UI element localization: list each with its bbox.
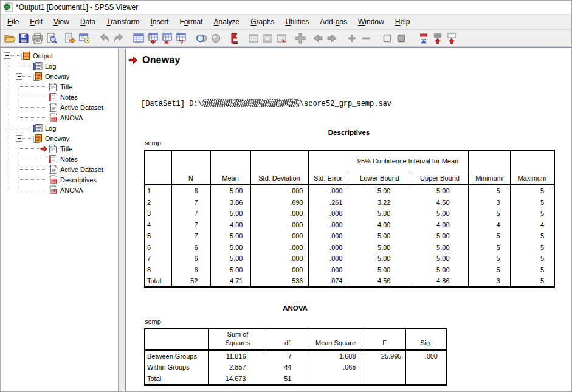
tree-item-active-dataset[interactable]: Active Dataset [1, 102, 118, 112]
descriptives-title: Descriptives [144, 129, 554, 136]
tree-item-active-dataset[interactable]: Active Dataset [1, 164, 118, 174]
move-selection-icon[interactable] [293, 31, 307, 45]
export-output-icon[interactable] [63, 31, 77, 45]
tree-item-oneway[interactable]: Oneway [1, 71, 118, 81]
goto-case-icon[interactable] [145, 31, 159, 45]
show-output-icon[interactable] [380, 31, 394, 45]
tree-item-oneway[interactable]: Oneway [1, 133, 118, 143]
book-blue-icon [33, 61, 43, 71]
variables-icon[interactable] [159, 31, 173, 45]
toolbar-separator [241, 31, 246, 45]
tree-connector [19, 148, 40, 149]
tree-item-label: ANOVA [60, 187, 83, 194]
menu-analyze[interactable]: Analyze [208, 16, 246, 28]
toolbar-separator [58, 31, 63, 45]
activate-window-icon[interactable] [260, 31, 274, 45]
tree-item-notes[interactable]: Notes [1, 92, 118, 102]
anova-stub-header [145, 329, 208, 350]
descriptives-table[interactable]: NMeanStd. DeviationStd. Error95% Confide… [144, 150, 555, 288]
table-row: 165.00.000.0005.005.0055 [145, 185, 554, 197]
print-preview-icon[interactable] [44, 31, 58, 45]
print-icon[interactable] [30, 31, 44, 45]
toolbar-separator [125, 31, 131, 45]
anova-corner-label: semp [145, 318, 161, 325]
tree-item-label: Oneway [45, 73, 69, 80]
menu-data[interactable]: Data [75, 16, 101, 28]
expand-icon[interactable] [345, 31, 359, 45]
anova-table[interactable]: Sum of SquaresdfMean SquareFSig.Between … [144, 328, 447, 386]
designate-window-icon[interactable] [246, 31, 260, 45]
menu-edit[interactable]: Edit [24, 16, 48, 28]
table-row: 273.86.690.2613.224.5035 [145, 196, 554, 208]
tree-connector [19, 117, 47, 118]
tree-item-label: Descriptives [60, 176, 97, 184]
tree-item-title[interactable]: Title [1, 143, 118, 154]
run-script-icon[interactable] [227, 31, 241, 45]
tree-item-label: Notes [60, 94, 78, 101]
goto-data-icon[interactable] [131, 31, 145, 45]
menu-utilities[interactable]: Utilities [280, 16, 315, 28]
collapse-icon[interactable] [359, 31, 373, 45]
tree-item-label: Title [60, 145, 72, 153]
demote-icon[interactable] [325, 31, 339, 45]
pane-splitter[interactable] [118, 48, 126, 391]
table-row: 665.00.000.0005.005.0055 [145, 241, 554, 253]
menu-file[interactable]: File [2, 16, 24, 28]
save-file-icon[interactable] [16, 31, 30, 45]
tree-item-label: Log [45, 63, 56, 70]
open-file-icon[interactable] [2, 31, 16, 45]
doc-title-icon [48, 82, 58, 92]
find-icon[interactable] [173, 31, 187, 45]
dataset-path-prefix: [DataSet1] D:\ [141, 100, 202, 108]
tree-item-label: Notes [60, 156, 78, 163]
window-controls-icon[interactable] [274, 31, 288, 45]
menu-insert[interactable]: Insert [145, 16, 174, 28]
insert-title-icon[interactable] [430, 31, 444, 45]
doc-dataset-icon [48, 103, 58, 112]
insert-heading-icon[interactable] [416, 31, 430, 45]
toolbar-separator [288, 31, 293, 45]
redo-icon[interactable] [111, 31, 125, 45]
tree-item-output[interactable]: Output [1, 50, 118, 61]
tree-item-label: Active Dataset [60, 166, 103, 173]
column-header: Upper Bound [412, 173, 468, 185]
use-variable-sets-icon[interactable] [195, 31, 208, 45]
hide-output-icon[interactable] [394, 31, 408, 45]
menu-window[interactable]: Window [353, 16, 390, 28]
descriptives-corner-label: semp [145, 139, 161, 146]
tree-item-log[interactable]: Log [1, 61, 118, 71]
column-header: Minimum [468, 150, 510, 185]
title-bar: *Output1 [Document1] - SPSS Viewer [1, 1, 571, 14]
output-pane[interactable]: Oneway [DataSet1] D:\\score52_grp_semp.s… [126, 48, 571, 391]
tree-connector [22, 138, 32, 139]
menu-transform[interactable]: Transform [101, 16, 145, 28]
recall-dialogs-icon[interactable] [77, 31, 91, 45]
tree-item-log[interactable]: Log [1, 123, 118, 133]
toolbar-separator [373, 31, 380, 45]
toolbar-separator [222, 31, 227, 45]
tree-item-title[interactable]: Title [1, 81, 118, 92]
column-header: Maximum [510, 150, 554, 185]
section-title: Oneway [142, 55, 181, 66]
insert-text-icon[interactable] [444, 31, 458, 45]
column-header: Std. Error [308, 150, 348, 185]
column-header: Mean [210, 150, 250, 185]
book-red-icon [33, 72, 43, 81]
menu-help[interactable]: Help [390, 16, 416, 28]
promote-icon[interactable] [311, 31, 325, 45]
tree-item-anova[interactable]: ANOVA [1, 185, 118, 195]
show-all-variables-icon[interactable] [208, 31, 222, 45]
menu-view[interactable]: View [48, 16, 75, 28]
menu-graphs[interactable]: Graphs [245, 16, 280, 28]
menu-add-ons[interactable]: Add-ons [314, 16, 353, 28]
tree-item-notes[interactable]: Notes [1, 154, 118, 164]
tree-item-label: Output [33, 52, 53, 60]
tree-connector [19, 107, 47, 108]
outline-pane[interactable]: OutputLogOnewayTitleNotesActive DatasetA… [1, 48, 118, 391]
tree-item-descriptives[interactable]: Descriptives [1, 174, 118, 185]
tree-item-label: ANOVA [60, 114, 83, 122]
menu-format[interactable]: Format [174, 16, 208, 28]
tree-item-anova[interactable]: ANOVA [1, 112, 118, 123]
undo-icon[interactable] [97, 31, 111, 45]
book-red-icon [21, 51, 30, 61]
